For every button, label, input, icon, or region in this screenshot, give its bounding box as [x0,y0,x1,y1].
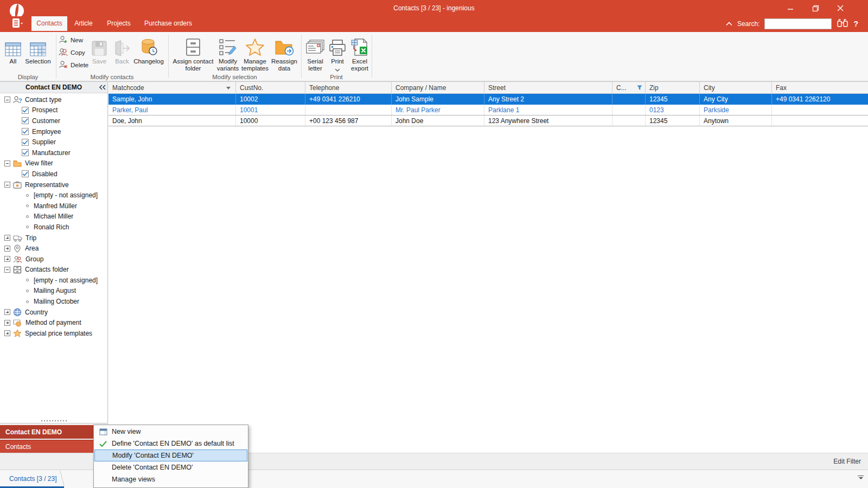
new-button[interactable]: New [59,35,83,46]
file-cabinet-icon [171,34,215,56]
collapse-ribbon-icon[interactable] [726,20,732,28]
panel-resize-handle[interactable] [0,420,107,421]
drawer-icon [13,266,22,274]
tree-item-rep-michael[interactable]: Michael Miller [0,211,107,222]
grid-row[interactable]: Doe, John10000+00 123 456 987John Doe123… [108,115,868,126]
manage-templates-button[interactable]: Manage templates [241,34,269,73]
selection-button[interactable]: Selection [24,34,52,73]
app-menu-button[interactable] [12,18,23,28]
tab-article[interactable]: Article [71,16,97,31]
truck-icon [13,234,22,242]
tree-group-trip[interactable]: Trip [0,233,107,243]
search-input[interactable] [764,18,832,29]
print-dropdown-icon[interactable] [328,66,347,73]
menu-item-manage-views[interactable]: Manage views [94,473,247,485]
tab-list-dropdown-icon[interactable] [858,476,864,479]
edit-filter-button[interactable]: Edit Filter [833,458,861,465]
globe-icon [13,308,22,317]
grid-row[interactable]: Parker, Paul10001Mr. Paul ParkerParklane… [108,105,868,115]
person-delete-icon [59,60,68,70]
print-button[interactable]: Print [328,34,347,73]
folder-arrow-icon [270,34,298,56]
tree-group-contacts-folder[interactable]: Contacts folder [0,265,107,275]
column-header-city[interactable]: City [700,82,772,93]
tree-group-contact-type[interactable]: Contact type [0,94,107,105]
tree-item-folder-empty[interactable]: [empty - not assigned] [0,275,107,286]
table-all-icon [3,34,23,56]
search-label: Search: [737,20,760,28]
column-header-zip[interactable]: Zip [646,82,700,93]
menu-item-delete-view[interactable]: Delete 'Contact EN DEMO' [94,461,247,473]
checkbox-checked-icon[interactable] [22,170,29,177]
group-caption-display: Display [0,74,56,81]
printer-icon [328,34,347,56]
checkbox-checked-icon[interactable] [22,117,29,124]
tab-purchase-orders[interactable]: Purchase orders [142,16,194,31]
column-header-c[interactable]: C... [612,82,646,93]
group-caption-print: Print [301,74,372,81]
table-selection-icon [24,34,52,56]
menu-item-define-default[interactable]: Define 'Contact EN DEMO' as default list [94,438,247,450]
menu-item-new-view[interactable]: New view [94,426,247,438]
column-header-street[interactable]: Street [484,82,612,93]
close-button[interactable] [828,0,853,16]
tree-item-rep-manfred[interactable]: Manfred Müller [0,201,107,211]
serial-letter-button[interactable]: Serial letter [304,34,327,73]
map-pin-icon [13,245,22,253]
checkbox-checked-icon[interactable] [22,128,29,135]
tree-item-mailing-october[interactable]: Mailing October [0,296,107,307]
restore-button[interactable] [803,0,828,16]
tab-contacts[interactable]: Contacts [31,16,67,31]
changelog-button[interactable]: Changelog [132,34,165,73]
filter-funnel-icon[interactable] [637,85,642,92]
group-caption-modify-selection: Modify selection [168,74,301,81]
tree-group-view-filter[interactable]: View filter [0,158,107,169]
tree-item-rep-empty[interactable]: [empty - not assigned] [0,190,107,201]
column-header-telephone[interactable]: Telephone [305,82,392,93]
checkbox-checked-icon[interactable] [22,149,29,156]
tree-group-group[interactable]: Group [0,254,107,265]
tree-group-method-of-payment[interactable]: Method of payment [0,317,107,328]
checkbox-checked-icon[interactable] [22,139,29,146]
tree-item-rep-ronald[interactable]: Ronald Rich [0,222,107,233]
checkmark-icon [94,441,112,447]
tree-check-disabled[interactable]: Disabled [0,169,107,179]
all-button[interactable]: All [3,34,23,73]
column-header-matchcode[interactable]: Matchcode [108,82,236,93]
column-header-custno[interactable]: CustNo. [236,82,305,93]
folder-icon [13,159,22,167]
save-button[interactable]: Save [88,34,111,73]
search-records-icon[interactable] [837,17,848,30]
menu-item-modify-view[interactable]: Modify 'Contact EN DEMO' [94,450,247,461]
view-context-menu: New view Define 'Contact EN DEMO' as def… [93,425,248,488]
tree-check-supplier[interactable]: Supplier [0,137,107,147]
back-button[interactable]: Back [112,34,132,73]
tree-group-representative[interactable]: Representative [0,179,107,190]
assign-contact-folder-button[interactable]: Assign contact folder [171,34,215,73]
minimize-button[interactable] [778,0,803,16]
envelopes-icon [304,34,327,56]
help-icon[interactable]: ? [853,20,858,28]
checkbox-checked-icon[interactable] [22,107,29,114]
tree-group-special-price-templates[interactable]: Special price templates [0,328,107,339]
tree-item-mailing-august[interactable]: Mailing August [0,286,107,297]
tree-group-country[interactable]: Country [0,307,107,318]
copy-button[interactable]: Copy [59,47,85,58]
grid-row-selected[interactable]: Sample, John10002+49 0341 226210John Sam… [108,94,868,105]
tree-group-area[interactable]: Area [0,243,107,254]
tree-check-prospect[interactable]: Prospect [0,105,107,116]
column-header-company-name[interactable]: Company / Name [392,82,484,93]
tree-check-employee[interactable]: Employee [0,126,107,137]
reassign-data-button[interactable]: Reassign data [270,34,298,73]
tree-check-customer[interactable]: Customer [0,115,107,126]
collapse-sidebar-icon[interactable] [97,85,107,90]
ribbon: All Selection Display New Copy Delete Sa… [0,31,868,81]
modify-variants-button[interactable]: Modify variants [215,34,241,73]
tab-contacts-document[interactable]: Contacts [3 / 23] [2,471,64,486]
column-header-fax[interactable]: Fax [772,82,868,93]
delete-button[interactable]: Delete [59,60,88,70]
excel-export-button[interactable]: Excel export [347,34,372,73]
tab-projects[interactable]: Projects [103,16,135,31]
star-icon [241,34,269,56]
tree-check-manufacturer[interactable]: Manufacturer [0,147,107,158]
